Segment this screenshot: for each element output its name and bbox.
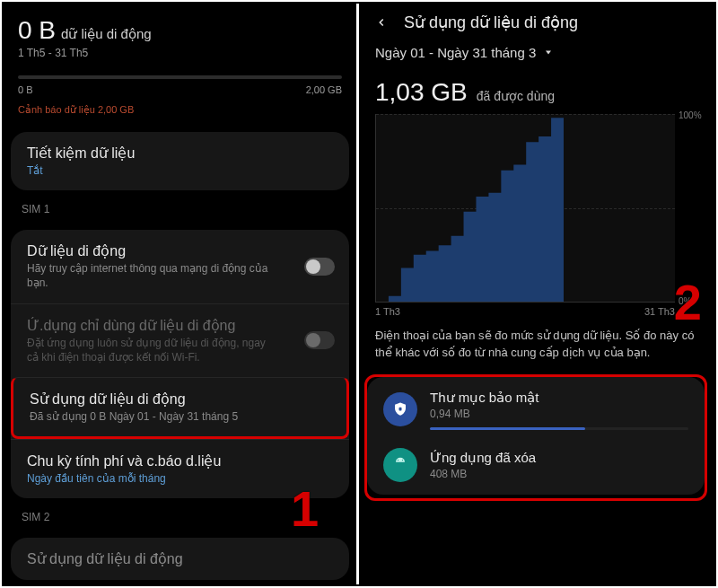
app-list-card: Thư mục bảo mật 0,94 MB Ứng dụng đã xóa … [367, 377, 705, 495]
chart-area [375, 114, 675, 303]
mobile-data-row[interactable]: Dữ liệu di động Hãy truy cập internet th… [11, 230, 349, 303]
detail-header: Sử dụng dữ liệu di động [359, 4, 713, 39]
settings-pane-data-usage: 0 B dữ liệu di động 1 Th5 - 31 Th5 0 B 2… [4, 4, 356, 584]
android-icon [383, 448, 417, 482]
app-list-highlight: Thư mục bảo mật 0,94 MB Ứng dụng đã xóa … [364, 374, 707, 501]
lock-icon [383, 392, 417, 426]
app-usage-bar [430, 427, 688, 430]
chevron-down-icon [543, 45, 554, 60]
apps-mobile-only-title: Ứ.dụng chỉ dùng dữ liệu di động [27, 317, 333, 334]
app-row-secure-folder[interactable]: Thư mục bảo mật 0,94 MB [367, 377, 705, 443]
mobile-data-sub: Hãy truy cập internet thông qua mạng di … [27, 261, 278, 290]
bar-min-label: 0 B [18, 84, 33, 95]
mobile-data-title: Dữ liệu di động [27, 242, 333, 259]
billing-cycle-sub: Ngày đầu tiên của mỗi tháng [27, 471, 333, 486]
chart-area-fill [376, 114, 564, 302]
mobile-data-toggle[interactable] [304, 258, 335, 276]
apps-mobile-only-toggle [304, 331, 335, 349]
ytick-bottom: 0% [679, 296, 691, 306]
mobile-data-usage-title: Sử dụng dữ liệu di động [30, 391, 330, 408]
app-size: 408 MB [430, 468, 688, 480]
mobile-data-usage-row[interactable]: Sử dụng dữ liệu di động Đã sử dụng 0 B N… [11, 377, 349, 439]
billing-cycle-title: Chu kỳ tính phí và c.báo d.liệu [27, 452, 333, 470]
ytick-top: 100% [679, 110, 702, 120]
bar-max-label: 2,00 GB [306, 84, 342, 95]
data-saver-row[interactable]: Tiết kiệm dữ liệu Tắt [11, 132, 349, 190]
sim2-card: Sử dụng dữ liệu di động [11, 538, 349, 580]
sim2-section-label: SIM 2 [4, 498, 356, 529]
period-selector[interactable]: Ngày 01 - Ngày 31 tháng 3 [359, 39, 713, 66]
back-button[interactable] [372, 13, 391, 32]
usage-date-range: 1 Th5 - 31 Th5 [18, 47, 342, 59]
sim1-section-label: SIM 1 [4, 190, 356, 221]
sim2-usage-row[interactable]: Sử dụng dữ liệu di động [11, 538, 349, 580]
svg-point-3 [402, 460, 403, 461]
chart-y-axis: 100% 0% [675, 114, 709, 303]
apps-mobile-only-sub: Đặt ứng dụng luôn sử dụng dữ liệu di độn… [27, 336, 278, 364]
data-saver-status: Tắt [27, 163, 333, 178]
data-saver-card: Tiết kiệm dữ liệu Tắt [11, 132, 349, 190]
measurement-note: Điện thoại của bạn sẽ đo mức sử dụng dữ … [359, 317, 713, 367]
svg-point-2 [398, 460, 398, 461]
used-summary: 1,03 GB đã được dùng [359, 66, 713, 110]
svg-rect-1 [399, 408, 402, 411]
app-size: 0,94 MB [430, 408, 688, 420]
usage-summary: 0 B dữ liệu di động 1 Th5 - 31 Th5 0 B 2… [4, 4, 356, 123]
data-saver-title: Tiết kiệm dữ liệu [27, 145, 333, 162]
svg-marker-0 [546, 51, 551, 55]
usage-progress-bar [18, 75, 342, 79]
mobile-data-usage-sub: Đã sử dụng 0 B Ngày 01 - Ngày 31 tháng 5 [30, 409, 330, 424]
app-row-removed-apps[interactable]: Ứng dụng đã xóa 408 MB [367, 443, 705, 495]
usage-chart: 100% 0% [375, 114, 709, 303]
used-label: đã được dùng [477, 89, 555, 103]
sim1-card: Dữ liệu di động Hãy truy cập internet th… [11, 230, 349, 498]
chevron-left-icon [375, 16, 388, 29]
usage-value: 0 B [18, 16, 56, 45]
mobile-data-usage-detail-pane: Sử dụng dữ liệu di động Ngày 01 - Ngày 3… [359, 4, 713, 584]
app-name: Thư mục bảo mật [430, 390, 688, 406]
sim2-usage-title: Sử dụng dữ liệu di động [27, 550, 333, 567]
used-value: 1,03 GB [375, 78, 468, 107]
billing-cycle-row[interactable]: Chu kỳ tính phí và c.báo d.liệu Ngày đầu… [11, 439, 349, 498]
xtick-end: 31 Th3 [644, 306, 675, 317]
chart-x-axis: 1 Th3 31 Th3 [375, 306, 675, 317]
period-label: Ngày 01 - Ngày 31 tháng 3 [375, 45, 536, 60]
usage-label: dữ liệu di động [61, 26, 152, 42]
xtick-start: 1 Th3 [375, 306, 400, 317]
apps-mobile-only-row: Ứ.dụng chỉ dùng dữ liệu di động Đặt ứng … [11, 303, 349, 377]
data-warning-text: Cảnh báo dữ liệu 2,00 GB [18, 104, 342, 116]
detail-page-title: Sử dụng dữ liệu di động [404, 13, 578, 32]
app-name: Ứng dụng đã xóa [430, 450, 688, 466]
